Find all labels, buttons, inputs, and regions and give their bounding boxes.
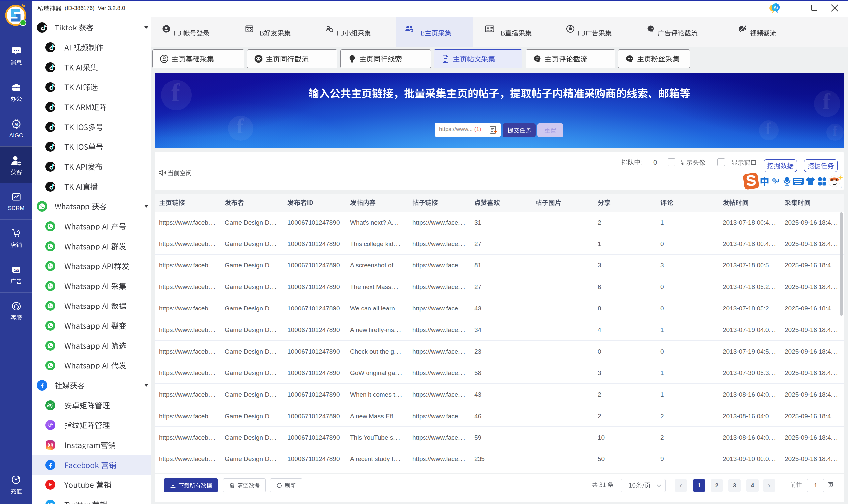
svg-text:Ai: Ai [774,5,778,10]
svg-text:ADS: ADS [14,268,19,271]
svg-text:AI: AI [14,122,18,126]
